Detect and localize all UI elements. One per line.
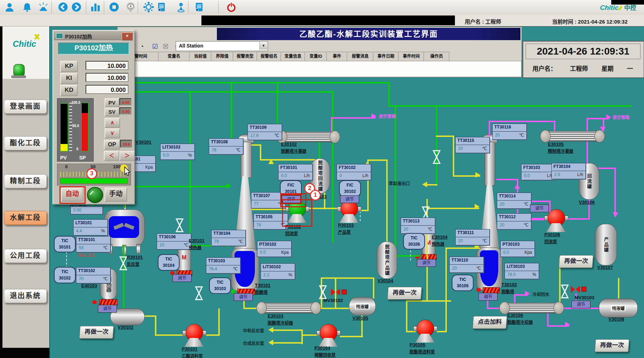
- decrease-button[interactable]: ∨: [105, 128, 120, 138]
- op-value-field[interactable]: 19.6: [120, 140, 132, 147]
- bar-chart-icon[interactable]: [90, 2, 101, 13]
- dialog-titlebar[interactable]: P30102加热 ×: [54, 31, 132, 40]
- report-icon[interactable]: [156, 2, 167, 13]
- manual-button[interactable]: 手动: [105, 188, 127, 202]
- redo-button[interactable]: 再做一次: [387, 287, 422, 300]
- kp-button[interactable]: KP: [60, 61, 78, 72]
- controller-TIC30101[interactable]: TIC30101: [54, 236, 76, 252]
- increase-button[interactable]: ∧: [105, 118, 120, 128]
- regulate-button[interactable]: 调节: [173, 274, 192, 282]
- pump-P30106[interactable]: [544, 209, 568, 232]
- kp-field[interactable]: 10.000: [86, 61, 129, 70]
- scale-top: 100.0: [71, 101, 80, 105]
- pump-P30103[interactable]: [337, 200, 361, 223]
- sv-value-field[interactable]: 0.00: [119, 107, 131, 114]
- regulate-button[interactable]: 调节: [98, 305, 117, 313]
- kd-button[interactable]: KD: [60, 85, 78, 96]
- clock-icon[interactable]: ◔: [138, 43, 146, 50]
- valve-icon[interactable]: [432, 149, 442, 165]
- pipe: [614, 168, 616, 217]
- valve-icon[interactable]: [175, 218, 185, 233]
- report-alt-icon[interactable]: [194, 2, 205, 13]
- heat-exchanger[interactable]: [261, 301, 315, 314]
- locator-icon[interactable]: [176, 2, 187, 13]
- regulate-button[interactable]: 调节: [530, 205, 549, 212]
- mouse-cursor: [119, 164, 133, 180]
- regulate-button[interactable]: 调节: [479, 293, 498, 301]
- week-value: 一: [627, 64, 633, 73]
- heat-exchanger[interactable]: [504, 301, 558, 314]
- status-lamp-icon: [13, 64, 25, 77]
- valve-icon[interactable]: [560, 284, 570, 299]
- chevron-down-icon[interactable]: ▼: [260, 42, 267, 50]
- control-valve-icon[interactable]: [570, 285, 587, 294]
- redo-button[interactable]: 再做一次: [559, 255, 594, 268]
- op-right-button[interactable]: ＞: [119, 151, 135, 161]
- checkbox-checked-icon[interactable]: ☑: [151, 43, 159, 50]
- station-filter-select[interactable]: All Station ▼: [176, 41, 268, 51]
- controller-FIC30102[interactable]: FIC30102: [339, 180, 361, 197]
- power-icon[interactable]: [226, 2, 237, 13]
- network-gear-icon[interactable]: [143, 2, 155, 13]
- sidebar-header: [0, 26, 49, 79]
- mode-indicator-knob[interactable]: [87, 187, 103, 203]
- valve-icon[interactable]: [194, 285, 204, 301]
- redo-button[interactable]: 再做一次: [595, 339, 630, 352]
- alarm-beacon-icon[interactable]: [38, 2, 49, 13]
- sidebar-item-1[interactable]: 登录画面: [4, 100, 47, 114]
- controller-TIC30102[interactable]: TIC30102: [54, 267, 76, 283]
- close-icon[interactable]: ×: [121, 32, 133, 40]
- nav-forward-icon[interactable]: [71, 2, 82, 13]
- equipment-label-E30101: E30101预热器: [189, 238, 205, 250]
- slider-bar[interactable]: [60, 178, 128, 184]
- heat-exchanger[interactable]: [544, 130, 599, 142]
- pump-P30105[interactable]: [413, 320, 437, 343]
- regulate-button[interactable]: 调节: [571, 301, 590, 308]
- user-icon[interactable]: [4, 2, 15, 13]
- controller-TIC30104[interactable]: TIC30104: [158, 254, 180, 271]
- vessel[interactable]: 残液罐: [599, 299, 638, 318]
- feed-button[interactable]: 点击加料: [473, 316, 507, 329]
- ki-button[interactable]: KI: [60, 73, 78, 84]
- toolbar-separator: [86, 1, 86, 14]
- equipment-label-T30102: T30102脱酯塔: [501, 282, 517, 294]
- bell-icon[interactable]: [22, 2, 33, 13]
- flow-arrow-icon: [371, 113, 376, 119]
- checkbox-crossed-icon[interactable]: ☒: [162, 43, 169, 50]
- sidebar-item-2[interactable]: 酯化工段: [4, 136, 47, 150]
- sidebar-item-5[interactable]: 公用工段: [4, 249, 47, 263]
- controller-TIC30106[interactable]: TIC30106: [403, 233, 425, 250]
- kd-field[interactable]: 0.000: [86, 85, 129, 94]
- op-left-button[interactable]: ＜: [104, 151, 119, 161]
- alarm-list[interactable]: [119, 61, 521, 77]
- sidebar-item-3[interactable]: 精制工段: [4, 174, 47, 188]
- sidebar-item-6[interactable]: 退出系统: [4, 289, 47, 303]
- sidebar-item-4[interactable]: 水解工段: [4, 211, 47, 225]
- heat-exchanger[interactable]: [281, 130, 334, 143]
- regulate-button[interactable]: 调节: [417, 259, 436, 267]
- nav-back-icon[interactable]: [58, 2, 69, 13]
- vessel[interactable]: 脱酸塔产品罐: [377, 241, 397, 279]
- logo-slash-icon: [618, 6, 622, 11]
- vessel[interactable]: 残液罐: [349, 297, 376, 315]
- regulate-button[interactable]: 调节: [234, 293, 253, 301]
- redo-button[interactable]: 再做一次: [79, 326, 114, 339]
- freq-setpoint-field[interactable]: 0.00: [70, 206, 103, 214]
- vessel[interactable]: 产品罐: [595, 224, 617, 265]
- auto-button[interactable]: 自动: [61, 188, 83, 202]
- controller-TIC30105[interactable]: TIC30105: [452, 275, 474, 291]
- eye-icon[interactable]: [125, 2, 137, 13]
- control-valve-icon[interactable]: [331, 288, 347, 297]
- pump-P30101[interactable]: [182, 324, 206, 347]
- statusbar-time: 当前时间 : 2021-04-26 12:09:32: [552, 18, 627, 25]
- pump-P30104[interactable]: [317, 324, 340, 347]
- controller-TIC30103[interactable]: TIC30103: [209, 277, 231, 294]
- regulate-button[interactable]: 调节: [340, 195, 359, 203]
- toolbar-separator: [104, 1, 104, 14]
- ki-field[interactable]: 10.000: [86, 73, 129, 82]
- stop-icon[interactable]: [109, 2, 120, 13]
- tag-FT30102: FT301020L/h: [337, 164, 371, 180]
- pv-value-field[interactable]: 0.00: [119, 98, 131, 105]
- tag-FT30103: FT301030.0L/h: [521, 164, 556, 180]
- flow-arrow-icon: [613, 212, 618, 217]
